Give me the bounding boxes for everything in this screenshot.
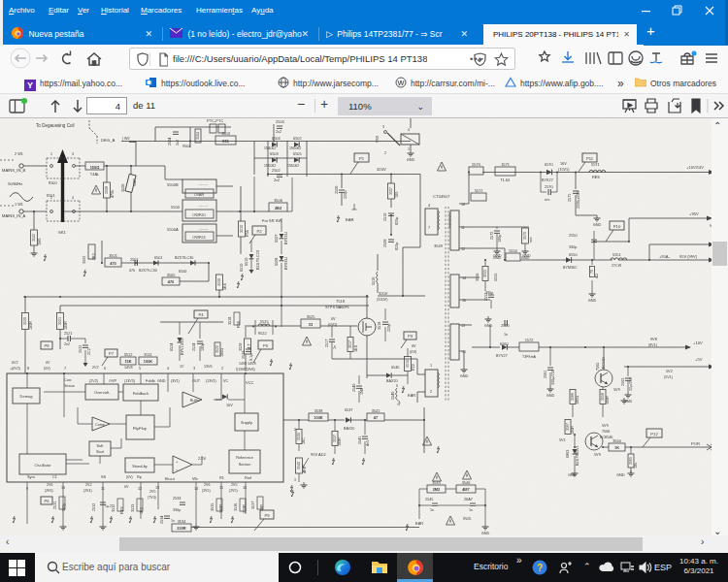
svg-text:?: ?: [537, 563, 543, 573]
